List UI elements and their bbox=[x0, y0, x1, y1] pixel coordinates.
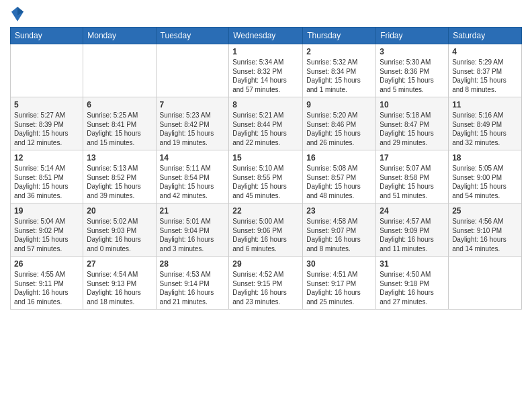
day-number: 8 bbox=[232, 100, 299, 109]
weekday-header-sunday: Sunday bbox=[11, 28, 83, 44]
day-number: 21 bbox=[160, 206, 226, 216]
day-info: Sunrise: 5:32 AM Sunset: 8:34 PM Dayligh… bbox=[306, 58, 372, 94]
day-info: Sunrise: 5:07 AM Sunset: 8:58 PM Dayligh… bbox=[380, 164, 445, 200]
calendar-cell: 26Sunrise: 4:55 AM Sunset: 9:11 PM Dayli… bbox=[11, 257, 83, 310]
day-info: Sunrise: 5:00 AM Sunset: 9:06 PM Dayligh… bbox=[232, 217, 299, 253]
calendar-week-1: 1Sunrise: 5:34 AM Sunset: 8:32 PM Daylig… bbox=[11, 44, 522, 97]
day-info: Sunrise: 4:57 AM Sunset: 9:09 PM Dayligh… bbox=[380, 217, 445, 253]
day-number: 20 bbox=[87, 206, 152, 216]
day-number: 18 bbox=[452, 153, 518, 163]
day-number: 28 bbox=[160, 259, 226, 269]
calendar-cell: 4Sunrise: 5:29 AM Sunset: 8:37 PM Daylig… bbox=[449, 44, 522, 97]
calendar-cell: 13Sunrise: 5:13 AM Sunset: 8:52 PM Dayli… bbox=[83, 150, 156, 203]
day-number: 27 bbox=[87, 259, 152, 269]
calendar-cell: 31Sunrise: 4:50 AM Sunset: 9:18 PM Dayli… bbox=[376, 257, 449, 310]
day-number: 11 bbox=[452, 100, 518, 109]
day-number: 26 bbox=[14, 259, 79, 269]
day-number: 6 bbox=[87, 100, 152, 109]
calendar-week-2: 5Sunrise: 5:27 AM Sunset: 8:39 PM Daylig… bbox=[11, 97, 522, 150]
day-info: Sunrise: 5:10 AM Sunset: 8:55 PM Dayligh… bbox=[232, 164, 299, 200]
day-info: Sunrise: 4:51 AM Sunset: 9:17 PM Dayligh… bbox=[306, 270, 372, 306]
calendar-cell: 6Sunrise: 5:25 AM Sunset: 8:41 PM Daylig… bbox=[83, 97, 156, 150]
weekday-header-row: SundayMondayTuesdayWednesdayThursdayFrid… bbox=[11, 28, 522, 44]
day-number: 1 bbox=[232, 47, 299, 56]
day-info: Sunrise: 5:14 AM Sunset: 8:51 PM Dayligh… bbox=[14, 164, 79, 200]
day-number: 7 bbox=[160, 100, 226, 109]
day-info: Sunrise: 5:23 AM Sunset: 8:42 PM Dayligh… bbox=[160, 111, 226, 147]
calendar-cell: 14Sunrise: 5:11 AM Sunset: 8:54 PM Dayli… bbox=[156, 150, 229, 203]
day-info: Sunrise: 5:18 AM Sunset: 8:47 PM Dayligh… bbox=[380, 111, 445, 147]
calendar-cell: 16Sunrise: 5:08 AM Sunset: 8:57 PM Dayli… bbox=[303, 150, 376, 203]
calendar-cell: 5Sunrise: 5:27 AM Sunset: 8:39 PM Daylig… bbox=[11, 97, 83, 150]
day-number: 22 bbox=[232, 206, 299, 216]
weekday-header-monday: Monday bbox=[83, 28, 156, 44]
calendar-cell: 12Sunrise: 5:14 AM Sunset: 8:51 PM Dayli… bbox=[11, 150, 83, 203]
calendar-cell bbox=[156, 44, 229, 97]
weekday-header-tuesday: Tuesday bbox=[156, 28, 229, 44]
calendar-table: SundayMondayTuesdayWednesdayThursdayFrid… bbox=[10, 27, 522, 310]
calendar-week-5: 26Sunrise: 4:55 AM Sunset: 9:11 PM Dayli… bbox=[11, 257, 522, 310]
calendar-cell: 1Sunrise: 5:34 AM Sunset: 8:32 PM Daylig… bbox=[229, 44, 303, 97]
calendar-cell: 2Sunrise: 5:32 AM Sunset: 8:34 PM Daylig… bbox=[303, 44, 376, 97]
day-info: Sunrise: 5:30 AM Sunset: 8:36 PM Dayligh… bbox=[380, 58, 445, 94]
weekday-header-friday: Friday bbox=[376, 28, 449, 44]
day-number: 9 bbox=[306, 100, 372, 109]
day-info: Sunrise: 5:34 AM Sunset: 8:32 PM Dayligh… bbox=[232, 58, 299, 94]
day-number: 15 bbox=[232, 153, 299, 163]
calendar-cell: 24Sunrise: 4:57 AM Sunset: 9:09 PM Dayli… bbox=[376, 203, 449, 257]
calendar-cell bbox=[11, 44, 83, 97]
day-info: Sunrise: 4:54 AM Sunset: 9:13 PM Dayligh… bbox=[87, 270, 152, 306]
calendar-cell: 10Sunrise: 5:18 AM Sunset: 8:47 PM Dayli… bbox=[376, 97, 449, 150]
day-number: 23 bbox=[306, 206, 372, 216]
day-info: Sunrise: 5:04 AM Sunset: 9:02 PM Dayligh… bbox=[14, 217, 79, 253]
calendar-cell: 29Sunrise: 4:52 AM Sunset: 9:15 PM Dayli… bbox=[229, 257, 303, 310]
calendar-cell bbox=[83, 44, 156, 97]
calendar-cell: 30Sunrise: 4:51 AM Sunset: 9:17 PM Dayli… bbox=[303, 257, 376, 310]
day-info: Sunrise: 5:16 AM Sunset: 8:49 PM Dayligh… bbox=[452, 111, 518, 147]
day-info: Sunrise: 5:21 AM Sunset: 8:44 PM Dayligh… bbox=[232, 111, 299, 147]
day-number: 2 bbox=[306, 47, 372, 56]
page: SundayMondayTuesdayWednesdayThursdayFrid… bbox=[0, 0, 532, 411]
calendar-cell: 28Sunrise: 4:53 AM Sunset: 9:14 PM Dayli… bbox=[156, 257, 229, 310]
day-number: 5 bbox=[14, 100, 79, 109]
day-number: 10 bbox=[380, 100, 445, 109]
calendar-cell: 27Sunrise: 4:54 AM Sunset: 9:13 PM Dayli… bbox=[83, 257, 156, 310]
calendar-cell: 25Sunrise: 4:56 AM Sunset: 9:10 PM Dayli… bbox=[449, 203, 522, 257]
day-info: Sunrise: 4:53 AM Sunset: 9:14 PM Dayligh… bbox=[160, 270, 226, 306]
day-number: 12 bbox=[14, 153, 79, 163]
day-number: 29 bbox=[232, 259, 299, 269]
calendar-cell: 3Sunrise: 5:30 AM Sunset: 8:36 PM Daylig… bbox=[376, 44, 449, 97]
day-number: 17 bbox=[380, 153, 445, 163]
day-info: Sunrise: 5:29 AM Sunset: 8:37 PM Dayligh… bbox=[452, 58, 518, 94]
calendar-cell: 9Sunrise: 5:20 AM Sunset: 8:46 PM Daylig… bbox=[303, 97, 376, 150]
day-info: Sunrise: 4:52 AM Sunset: 9:15 PM Dayligh… bbox=[232, 270, 299, 306]
calendar-cell: 18Sunrise: 5:05 AM Sunset: 9:00 PM Dayli… bbox=[449, 150, 522, 203]
day-info: Sunrise: 5:11 AM Sunset: 8:54 PM Dayligh… bbox=[160, 164, 226, 200]
day-info: Sunrise: 5:27 AM Sunset: 8:39 PM Dayligh… bbox=[14, 111, 79, 147]
day-info: Sunrise: 5:01 AM Sunset: 9:04 PM Dayligh… bbox=[160, 217, 226, 253]
day-number: 30 bbox=[306, 259, 372, 269]
day-number: 31 bbox=[380, 259, 445, 269]
calendar-cell: 11Sunrise: 5:16 AM Sunset: 8:49 PM Dayli… bbox=[449, 97, 522, 150]
day-info: Sunrise: 5:13 AM Sunset: 8:52 PM Dayligh… bbox=[87, 164, 152, 200]
calendar-week-4: 19Sunrise: 5:04 AM Sunset: 9:02 PM Dayli… bbox=[11, 203, 522, 257]
calendar-cell: 21Sunrise: 5:01 AM Sunset: 9:04 PM Dayli… bbox=[156, 203, 229, 257]
calendar-cell: 15Sunrise: 5:10 AM Sunset: 8:55 PM Dayli… bbox=[229, 150, 303, 203]
day-info: Sunrise: 5:20 AM Sunset: 8:46 PM Dayligh… bbox=[306, 111, 372, 147]
weekday-header-wednesday: Wednesday bbox=[229, 28, 303, 44]
weekday-header-saturday: Saturday bbox=[449, 28, 522, 44]
logo bbox=[10, 7, 26, 21]
day-number: 13 bbox=[87, 153, 152, 163]
calendar-cell: 20Sunrise: 5:02 AM Sunset: 9:03 PM Dayli… bbox=[83, 203, 156, 257]
day-number: 24 bbox=[380, 206, 445, 216]
day-number: 4 bbox=[452, 47, 518, 56]
weekday-header-thursday: Thursday bbox=[303, 28, 376, 44]
calendar-cell: 17Sunrise: 5:07 AM Sunset: 8:58 PM Dayli… bbox=[376, 150, 449, 203]
day-number: 3 bbox=[380, 47, 445, 56]
calendar-cell bbox=[449, 257, 522, 310]
day-info: Sunrise: 5:25 AM Sunset: 8:41 PM Dayligh… bbox=[87, 111, 152, 147]
day-info: Sunrise: 5:05 AM Sunset: 9:00 PM Dayligh… bbox=[452, 164, 518, 200]
day-number: 25 bbox=[452, 206, 518, 216]
day-info: Sunrise: 4:56 AM Sunset: 9:10 PM Dayligh… bbox=[452, 217, 518, 253]
day-info: Sunrise: 4:55 AM Sunset: 9:11 PM Dayligh… bbox=[14, 270, 79, 306]
